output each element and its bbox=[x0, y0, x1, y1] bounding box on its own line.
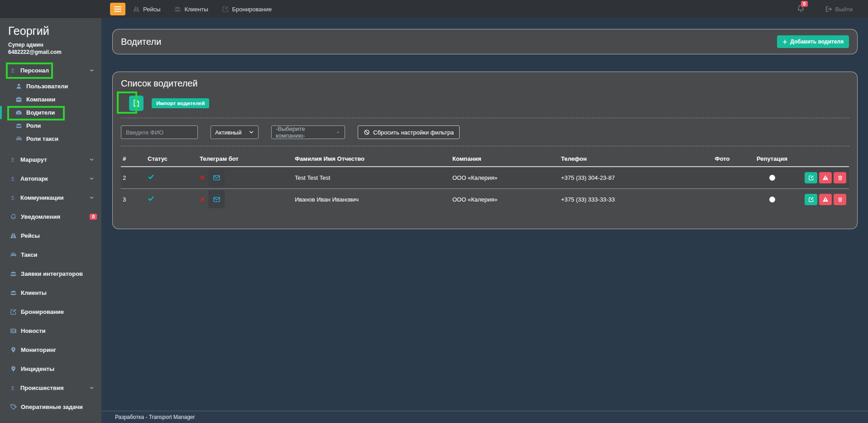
trash-icon bbox=[837, 197, 843, 202]
edit-icon bbox=[222, 5, 229, 13]
column-header: Телеграм бот bbox=[198, 151, 293, 167]
sidebar-item-label: Заявки интеграторов bbox=[21, 270, 83, 277]
import-file-button[interactable] bbox=[129, 96, 144, 111]
navbar-link-trips[interactable]: Рейсы bbox=[133, 5, 160, 13]
send-telegram-message-button[interactable] bbox=[208, 190, 225, 208]
sidebar-item-label: Компании bbox=[26, 96, 55, 103]
level-up-icon bbox=[10, 156, 16, 163]
sidebar-nav: Персонал Пользователи Компании Водители … bbox=[0, 61, 101, 416]
user-email: 6482222@gmail.com bbox=[8, 49, 93, 55]
separator-dashed bbox=[121, 118, 849, 118]
reset-filters-button[interactable]: Сбросить настройки фильтра bbox=[358, 125, 460, 139]
filters-row: Активный -Выберите компанию- Сбросить на… bbox=[121, 125, 849, 139]
notifications-count-badge: 0 bbox=[801, 1, 808, 7]
sidebar-item-label: Мониторинг bbox=[21, 346, 56, 353]
navbar-link-clients[interactable]: Клиенты bbox=[174, 5, 208, 13]
driver-company-cell: ООО «Калерия» bbox=[451, 188, 559, 210]
sidebar-item-drivers[interactable]: Водители bbox=[0, 106, 101, 119]
send-telegram-message-button[interactable] bbox=[208, 168, 225, 187]
sidebar-item-label: Коммуникации bbox=[20, 194, 64, 201]
sidebar-item-accidents[interactable]: Происшествия bbox=[0, 378, 101, 397]
row-actions bbox=[799, 172, 847, 183]
driver-photo-cell bbox=[697, 188, 747, 210]
sidebar-item-monitoring[interactable]: Мониторинг bbox=[0, 340, 101, 359]
road-icon bbox=[133, 5, 140, 13]
sidebar-item-companies[interactable]: Компании bbox=[0, 93, 101, 106]
level-up-icon bbox=[10, 194, 16, 201]
sidebar-item-taxi-roles[interactable]: Роли такси bbox=[0, 132, 101, 145]
level-up-icon bbox=[10, 385, 16, 391]
sidebar-item-label: Клиенты bbox=[21, 289, 47, 296]
sidebar-item-users[interactable]: Пользователи bbox=[0, 80, 101, 93]
sidebar-item-trips[interactable]: Рейсы bbox=[0, 226, 101, 245]
sidebar-item-fleet[interactable]: Автопарк bbox=[0, 169, 101, 188]
sidebar-item-route[interactable]: Маршрут bbox=[0, 150, 101, 169]
notifications-bell-button[interactable]: 0 bbox=[796, 4, 805, 14]
company-select[interactable]: -Выберите компанию- bbox=[271, 125, 345, 139]
envelope-icon bbox=[213, 196, 221, 203]
section-title: Список водителей bbox=[121, 78, 849, 89]
column-header: Репутация bbox=[747, 151, 797, 167]
users-icon bbox=[15, 122, 22, 129]
fio-search-input[interactable] bbox=[121, 125, 198, 139]
sidebar-item-incidents[interactable]: Инциденты bbox=[0, 359, 101, 378]
drivers-table: # Статус Телеграм бот Фамилия Имя Отчест… bbox=[121, 151, 849, 210]
delete-driver-button[interactable] bbox=[834, 194, 846, 205]
table-row: 3 Иванов Иван Иванович ООО «Калерия» +37… bbox=[121, 188, 849, 210]
table-header-row: # Статус Телеграм бот Фамилия Имя Отчест… bbox=[121, 151, 849, 167]
driver-company-cell: ООО «Калерия» bbox=[451, 167, 559, 188]
sidebar-item-taxi[interactable]: Такси bbox=[0, 245, 101, 264]
sidebar-item-label: Водители bbox=[26, 109, 55, 116]
driver-reputation-cell bbox=[747, 188, 797, 210]
import-row: Импорт водителей bbox=[121, 96, 849, 111]
navbar-link-booking[interactable]: Бронирование bbox=[222, 5, 272, 13]
sidebar-item-communications[interactable]: Коммуникации bbox=[0, 188, 101, 207]
plus-icon bbox=[782, 39, 787, 44]
telegram-cell bbox=[200, 190, 291, 208]
driver-phone-cell: +375 (33) 304-23-87 bbox=[559, 167, 697, 188]
sidebar-item-roles[interactable]: Роли bbox=[0, 119, 101, 132]
column-header: Компания bbox=[451, 151, 559, 167]
status-select-value: Активный bbox=[215, 129, 241, 136]
sidebar-item-label: Оперативные задачи bbox=[21, 404, 83, 410]
sidebar: Георгий Супер админ 6482222@gmail.com Пе… bbox=[0, 18, 101, 423]
sidebar-item-clients[interactable]: Клиенты bbox=[0, 283, 101, 302]
sidebar-item-label: Новости bbox=[21, 327, 46, 334]
ban-icon bbox=[364, 129, 370, 135]
reset-filters-label: Сбросить настройки фильтра bbox=[373, 129, 454, 136]
page-header-card: Водители Добавить водителя bbox=[112, 29, 858, 54]
warning-triangle-icon bbox=[822, 196, 829, 202]
logout-button[interactable]: Выйти bbox=[825, 5, 853, 13]
user-block: Георгий Супер админ 6482222@gmail.com bbox=[0, 18, 101, 55]
column-header-actions bbox=[797, 151, 849, 167]
reputation-dot bbox=[769, 197, 775, 202]
edit-driver-button[interactable] bbox=[805, 172, 817, 183]
users-icon bbox=[10, 289, 17, 296]
users-icon bbox=[10, 270, 17, 277]
chevron-down-icon bbox=[89, 385, 94, 390]
trash-icon bbox=[837, 175, 843, 181]
telegram-cell bbox=[200, 168, 291, 187]
drivers-list-card: Список водителей Импорт водителей Активн… bbox=[112, 72, 858, 229]
sidebar-item-label: Персонал bbox=[20, 67, 49, 74]
footer: Разработка - Transport Manager bbox=[101, 411, 868, 423]
warn-driver-button[interactable] bbox=[819, 172, 832, 183]
import-drivers-button[interactable]: Импорт водителей bbox=[152, 98, 209, 108]
driver-photo-cell bbox=[697, 167, 747, 188]
add-driver-button[interactable]: Добавить водителя bbox=[777, 35, 849, 48]
warn-driver-button[interactable] bbox=[819, 194, 832, 205]
sidebar-item-integrator-requests[interactable]: Заявки интеграторов bbox=[0, 264, 101, 283]
sidebar-item-personal[interactable]: Персонал bbox=[0, 61, 101, 80]
road-icon bbox=[10, 232, 17, 239]
sidebar-item-notifications[interactable]: Уведомления 0 bbox=[0, 207, 101, 226]
sidebar-toggle-button[interactable] bbox=[110, 3, 125, 15]
separator-dashed bbox=[121, 146, 849, 146]
edit-driver-button[interactable] bbox=[805, 194, 817, 205]
sidebar-item-booking[interactable]: Бронирование bbox=[0, 302, 101, 321]
sidebar-item-operational-tasks[interactable]: Оперативные задачи bbox=[0, 397, 101, 416]
edit-icon bbox=[10, 308, 17, 315]
status-select[interactable]: Активный bbox=[211, 125, 259, 139]
delete-driver-button[interactable] bbox=[834, 172, 846, 183]
map-marker-icon bbox=[10, 346, 17, 353]
sidebar-item-news[interactable]: Новости bbox=[0, 321, 101, 340]
